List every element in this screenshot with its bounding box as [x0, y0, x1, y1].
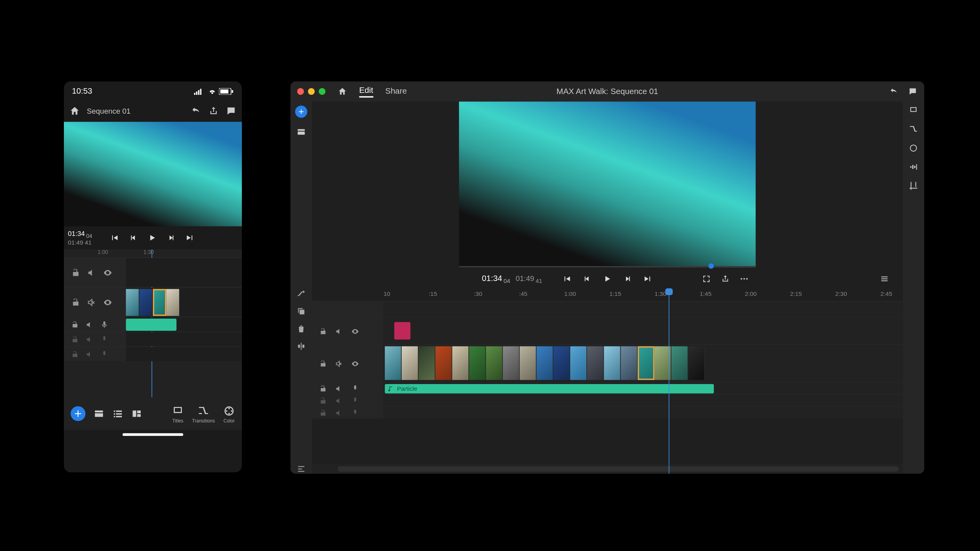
unlock-icon[interactable] — [71, 297, 80, 307]
video-clip[interactable] — [554, 346, 570, 380]
list-icon[interactable] — [113, 408, 123, 419]
comment-icon[interactable] — [908, 87, 917, 96]
timeline-ruler[interactable]: 10:15:30:451:001:151:301:452:002:152:302… — [312, 289, 903, 301]
mute-icon[interactable] — [87, 297, 96, 307]
skip-end-icon[interactable] — [185, 233, 194, 243]
video-clip[interactable] — [486, 346, 503, 380]
play-icon[interactable] — [147, 233, 157, 243]
color-button[interactable]: Color — [223, 404, 235, 422]
mobile-audio-clip[interactable] — [126, 319, 176, 331]
graphic-clip[interactable] — [394, 322, 410, 340]
mobile-ruler[interactable]: 1:00 1:30 — [64, 249, 242, 257]
skip-end-icon[interactable] — [643, 274, 652, 284]
add-button[interactable] — [71, 406, 85, 421]
home-indicator[interactable] — [64, 430, 242, 439]
video-clip[interactable] — [570, 346, 587, 380]
step-fwd-icon[interactable] — [623, 274, 632, 284]
unlock-icon[interactable] — [319, 327, 327, 335]
project-icon[interactable] — [296, 127, 306, 137]
home-icon[interactable] — [69, 106, 80, 117]
eye-icon[interactable] — [103, 297, 113, 307]
unlock-icon[interactable] — [71, 350, 79, 358]
shuffle-icon[interactable] — [296, 289, 306, 298]
eye-icon[interactable] — [351, 359, 359, 368]
play-icon[interactable] — [603, 274, 612, 284]
preview-scrubber[interactable] — [459, 266, 756, 267]
split-icon[interactable] — [296, 342, 306, 351]
video-clip[interactable] — [419, 346, 436, 380]
mic-icon[interactable] — [100, 335, 109, 343]
mute-icon[interactable] — [335, 359, 343, 368]
titles-icon[interactable] — [909, 106, 918, 115]
unlock-icon[interactable] — [319, 384, 327, 393]
video-clip[interactable] — [452, 346, 469, 380]
transitions-button[interactable]: Transitions — [192, 404, 215, 422]
video-clip[interactable] — [671, 346, 688, 380]
unlock-icon[interactable] — [319, 409, 327, 417]
audio-icon[interactable] — [909, 162, 918, 172]
project-icon[interactable] — [94, 408, 105, 419]
transitions-icon[interactable] — [909, 125, 918, 134]
video-clip[interactable] — [126, 289, 139, 316]
mobile-timeline[interactable]: 1:00 1:30 — [64, 249, 242, 397]
video-clip[interactable] — [604, 346, 621, 380]
comment-icon[interactable] — [226, 106, 237, 117]
mobile-preview[interactable] — [64, 122, 242, 227]
crop-icon[interactable] — [909, 181, 918, 190]
desktop-timeline[interactable]: 10:15:30:451:001:151:301:452:002:152:302… — [312, 289, 903, 473]
video-clip[interactable] — [621, 346, 638, 380]
undo-icon[interactable] — [889, 87, 898, 96]
video-clip[interactable] — [688, 346, 705, 380]
video-clip[interactable] — [587, 346, 604, 380]
volume-icon[interactable] — [335, 384, 343, 393]
close-icon[interactable] — [297, 88, 304, 95]
minimize-icon[interactable] — [308, 88, 315, 95]
menu-icon[interactable] — [880, 274, 889, 284]
layout-icon[interactable] — [131, 408, 142, 419]
mic-icon[interactable] — [100, 350, 109, 358]
eye-icon[interactable] — [103, 268, 113, 277]
maximize-icon[interactable] — [319, 88, 325, 95]
step-back-icon[interactable] — [129, 233, 138, 243]
mic-icon[interactable] — [351, 384, 359, 393]
video-clip[interactable] — [402, 346, 419, 380]
home-icon[interactable] — [338, 87, 347, 96]
video-clip[interactable] — [520, 346, 537, 380]
unlock-icon[interactable] — [71, 268, 80, 277]
mic-icon[interactable] — [351, 397, 359, 405]
desktop-video-clips[interactable] — [385, 346, 705, 380]
unlock-icon[interactable] — [319, 359, 327, 368]
scrub-handle[interactable] — [708, 263, 714, 269]
unlock-icon[interactable] — [319, 397, 327, 405]
volume-icon[interactable] — [335, 327, 343, 335]
tab-edit[interactable]: Edit — [359, 85, 373, 98]
video-clip[interactable] — [140, 289, 153, 316]
volume-icon[interactable] — [335, 397, 343, 405]
add-button[interactable] — [295, 106, 307, 118]
unlock-icon[interactable] — [71, 320, 79, 328]
video-clip[interactable] — [166, 289, 180, 316]
timeline-scrollbar[interactable] — [312, 464, 903, 474]
share-icon[interactable] — [208, 106, 219, 117]
video-clip[interactable] — [469, 346, 486, 380]
export-icon[interactable] — [720, 274, 730, 284]
fullscreen-icon[interactable] — [702, 274, 711, 284]
step-fwd-icon[interactable] — [166, 233, 176, 243]
mic-icon[interactable] — [100, 320, 109, 328]
trash-icon[interactable] — [296, 324, 306, 334]
expand-icon[interactable] — [296, 464, 306, 474]
window-controls[interactable] — [297, 88, 325, 95]
volume-icon[interactable] — [87, 268, 96, 277]
more-icon[interactable] — [739, 274, 749, 284]
volume-icon[interactable] — [85, 350, 94, 358]
duplicate-icon[interactable] — [296, 306, 306, 316]
video-clip[interactable] — [638, 346, 655, 380]
volume-icon[interactable] — [85, 320, 94, 328]
mic-icon[interactable] — [351, 409, 359, 417]
skip-start-icon[interactable] — [562, 274, 572, 284]
volume-icon[interactable] — [335, 409, 343, 417]
color-icon[interactable] — [909, 143, 918, 153]
eye-icon[interactable] — [351, 327, 359, 335]
step-back-icon[interactable] — [583, 274, 592, 284]
volume-icon[interactable] — [85, 335, 94, 343]
